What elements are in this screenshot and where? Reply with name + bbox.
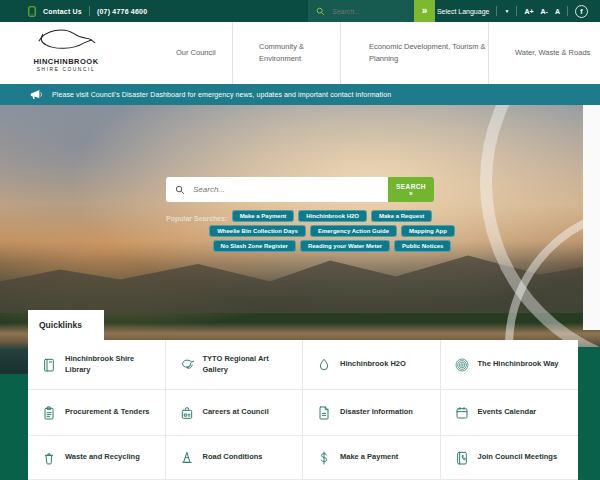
facebook-icon[interactable]: f xyxy=(575,5,588,18)
topbar-search-input[interactable] xyxy=(330,7,404,16)
document-icon xyxy=(316,405,332,421)
topbar-utilities: Select Language ▼ A+ A- A f xyxy=(437,0,588,22)
phone-number[interactable]: (07) 4776 4600 xyxy=(97,8,147,15)
pill-hinchinbrook-h2o[interactable]: Hinchinbrook H2O xyxy=(298,210,367,222)
page: Contact Us (07) 4776 4600 » Select Langu… xyxy=(0,0,600,480)
quicklinks-panel: Hinchinbrook Shire Library TYTO Regional… xyxy=(28,340,578,480)
select-language-dropdown[interactable]: Select Language xyxy=(437,8,490,15)
concentric-rings-icon xyxy=(454,357,470,373)
quicklink-events-calendar[interactable]: Events Calendar xyxy=(441,390,579,436)
quicklink-disaster-information[interactable]: Disaster Information xyxy=(303,390,441,436)
quicklink-join-council-meetings[interactable]: Join Council Meetings xyxy=(441,436,579,480)
id-badge-icon xyxy=(179,405,195,421)
site-header: HINCHINBROOK SHIRE COUNCIL Our Council C… xyxy=(0,22,600,84)
font-increase-button[interactable]: A+ xyxy=(524,8,533,15)
council-logo-bird-icon xyxy=(35,26,97,52)
tyto-bird-icon xyxy=(179,357,195,373)
contact-us-link[interactable]: Contact Us xyxy=(43,8,82,15)
quicklink-waste-and-recycling[interactable]: Waste and Recycling xyxy=(28,436,166,480)
pill-reading-your-water-meter[interactable]: Reading your Water Meter xyxy=(300,240,390,252)
topbar: Contact Us (07) 4776 4600 » Select Langu… xyxy=(0,0,600,22)
pill-wheelie-bin-collection-days[interactable]: Wheelie Bin Collection Days xyxy=(209,225,306,237)
notice-text: Please visit Council's Disaster Dashboar… xyxy=(52,91,391,98)
pill-mapping-app[interactable]: Mapping App xyxy=(401,225,455,237)
nav-item-economic-development[interactable]: Economic Development, Tourism & Planning xyxy=(340,22,488,84)
quicklink-hinchinbrook-h2o[interactable]: Hinchinbrook H2O xyxy=(303,340,441,390)
popular-searches-label: Popular Searches: xyxy=(166,215,227,222)
logo-subtitle: SHIRE COUNCIL xyxy=(18,67,114,72)
quicklink-the-hinchinbrook-way[interactable]: The Hinchinbrook Way xyxy=(441,340,579,390)
pill-make-a-request[interactable]: Make a Request xyxy=(371,210,432,222)
quicklink-procurement-tenders[interactable]: Procurement & Tenders xyxy=(28,390,166,436)
topbar-search-submit-button[interactable]: » xyxy=(414,0,435,22)
chevron-down-icon[interactable]: ▼ xyxy=(504,8,509,14)
pill-emergency-action-guide[interactable]: Emergency Action Guide xyxy=(310,225,397,237)
clipboard-icon xyxy=(41,405,57,421)
water-drop-icon xyxy=(316,357,332,373)
library-book-icon xyxy=(41,357,57,373)
council-logo[interactable]: HINCHINBROOK SHIRE COUNCIL xyxy=(18,26,114,72)
traffic-cone-icon xyxy=(179,450,195,466)
quicklink-careers-at-council[interactable]: Careers at Council xyxy=(166,390,304,436)
wheelie-bin-icon xyxy=(41,450,57,466)
divider xyxy=(567,6,568,16)
quicklink-tyto-regional-art-gallery[interactable]: TYTO Regional Art Gallery xyxy=(166,340,304,390)
popular-searches-pills: Make a Payment Hinchinbrook H2O Make a R… xyxy=(222,210,442,255)
white-arc-decoration xyxy=(480,105,600,374)
nav-item-our-council[interactable]: Our Council xyxy=(160,22,232,84)
hero-search-input[interactable] xyxy=(191,184,345,195)
disaster-notice-banner[interactable]: Please visit Council's Disaster Dashboar… xyxy=(0,84,600,105)
topbar-search xyxy=(308,0,414,22)
quicklinks-tab: Quicklinks xyxy=(28,310,104,340)
logo-title: HINCHINBROOK xyxy=(18,57,114,66)
pill-public-notices[interactable]: Public Notices xyxy=(394,240,451,252)
search-icon xyxy=(175,185,185,195)
bottom-green-corner xyxy=(578,347,600,377)
quicklink-hinchinbrook-shire-library[interactable]: Hinchinbrook Shire Library xyxy=(28,340,166,390)
calendar-icon xyxy=(454,405,470,421)
pill-make-a-payment[interactable]: Make a Payment xyxy=(232,210,295,222)
quicklink-make-a-payment[interactable]: Make a Payment xyxy=(303,436,441,480)
divider xyxy=(89,6,90,16)
right-gutter xyxy=(583,105,600,330)
meeting-book-icon xyxy=(454,450,470,466)
nav-item-community-environment[interactable]: Community & Environment xyxy=(232,22,340,84)
dollar-icon xyxy=(316,450,332,466)
quicklink-road-conditions[interactable]: Road Conditions xyxy=(166,436,304,480)
hero-search: SEARCH » xyxy=(166,177,434,202)
nav-item-water-waste-roads[interactable]: Water, Waste & Roads xyxy=(488,22,600,84)
divider xyxy=(496,6,497,16)
topbar-contact-group: Contact Us (07) 4776 4600 xyxy=(28,0,147,22)
main-nav: Our Council Community & Environment Econ… xyxy=(160,22,600,84)
font-reset-button[interactable]: A xyxy=(555,8,560,15)
pill-no-slash-zone-register[interactable]: No Slash Zone Register xyxy=(213,240,296,252)
divider xyxy=(516,6,517,16)
hero-search-box xyxy=(166,177,388,202)
search-icon xyxy=(316,7,325,16)
quicklinks-title: Quicklinks xyxy=(39,320,82,330)
mobile-phone-icon xyxy=(28,6,36,17)
font-decrease-button[interactable]: A- xyxy=(541,8,548,15)
megaphone-icon xyxy=(30,89,43,100)
hero-search-button[interactable]: SEARCH » xyxy=(388,177,434,202)
